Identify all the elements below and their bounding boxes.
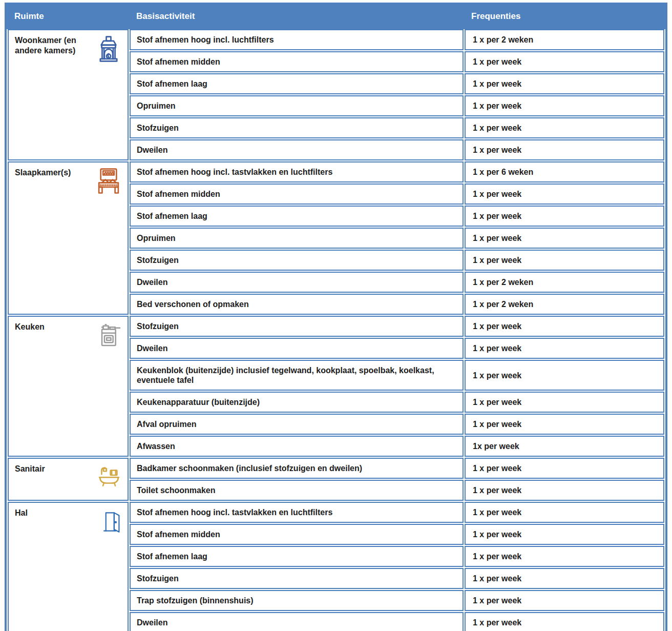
frequency-cell: 1 x per week	[465, 568, 664, 589]
frequency-cell: 1 x per week	[465, 73, 664, 94]
room-label: Sanitair	[15, 463, 45, 474]
activity-cell: Stof afnemen laag	[130, 206, 464, 227]
frequency-cell: 1 x per 2 weken	[465, 294, 664, 315]
frequency-cell: 1 x per week	[465, 360, 664, 391]
activity-cell: Dweilen	[130, 139, 464, 160]
activity-cell: Stofzuigen	[130, 568, 464, 589]
room-cell-sanitair: Sanitair	[8, 458, 129, 501]
activity-cell: Stof afnemen hoog incl. tastvlakken en l…	[130, 502, 464, 523]
activity-cell: Dweilen	[130, 612, 464, 631]
stove-icon	[97, 321, 122, 350]
activity-cell: Bed verschonen of opmaken	[130, 294, 464, 315]
activity-cell: Opruimen	[130, 228, 464, 249]
room-cell-slaapkamer: Slaapkamer(s)	[8, 161, 129, 315]
room-label: Hal	[15, 507, 28, 518]
bed-icon	[95, 167, 122, 196]
activity-cell: Toilet schoonmaken	[130, 480, 464, 501]
activity-cell: Stof afnemen hoog incl. tastvlakken en l…	[130, 161, 464, 182]
activity-cell: Stofzuigen	[130, 316, 464, 337]
activity-cell: Keukenapparatuur (buitenzijde)	[130, 392, 464, 413]
frequency-cell: 1 x per week	[465, 458, 664, 479]
room-cell-woonkamer: Woonkamer (en andere kamers)	[8, 29, 129, 160]
cleaning-schedule-page: Ruimte Basisactiviteit Frequenties Woonk…	[0, 0, 672, 631]
header-basisactiviteit: Basisactiviteit	[130, 6, 464, 28]
table-row: Hal Stof afnemen hoog incl. tast	[8, 502, 664, 523]
activity-cell: Afwassen	[130, 436, 464, 457]
frequency-cell: 1 x per 6 weken	[465, 161, 664, 182]
table-row: Keuken	[8, 316, 664, 337]
cleaning-schedule-table: Ruimte Basisactiviteit Frequenties Woonk…	[5, 3, 667, 631]
frequency-cell: 1 x per week	[465, 414, 664, 435]
frequency-cell: 1 x per week	[465, 228, 664, 249]
table-row: Sanitair	[8, 458, 664, 479]
fireplace-icon	[95, 34, 122, 64]
activity-cell: Keukenblok (buitenzijde) inclusief tegel…	[130, 360, 464, 391]
frequency-cell: 1 x per week	[465, 51, 664, 72]
bathtub-icon	[96, 463, 122, 487]
frequency-cell: 1 x per 2 weken	[465, 29, 664, 50]
activity-cell: Stof afnemen midden	[130, 184, 464, 205]
frequency-cell: 1x per week	[465, 436, 664, 457]
activity-cell: Stof afnemen midden	[130, 524, 464, 545]
activity-cell: Dweilen	[130, 272, 464, 293]
table-row: Slaapkamer(s)	[8, 161, 664, 182]
frequency-cell: 1 x per week	[465, 392, 664, 413]
frequency-cell: 1 x per week	[465, 524, 664, 545]
frequency-cell: 1 x per week	[465, 502, 664, 523]
header-ruimte: Ruimte	[8, 6, 129, 28]
activity-cell: Afval opruimen	[130, 414, 464, 435]
header-row: Ruimte Basisactiviteit Frequenties	[8, 6, 664, 28]
activity-cell: Stofzuigen	[130, 250, 464, 271]
frequency-cell: 1 x per week	[465, 184, 664, 205]
activity-cell: Stof afnemen hoog incl. luchtfilters	[130, 29, 464, 50]
frequency-cell: 1 x per week	[465, 612, 664, 631]
activity-cell: Opruimen	[130, 95, 464, 116]
header-frequenties: Frequenties	[465, 6, 664, 28]
door-icon	[100, 507, 122, 537]
room-label: Woonkamer (en andere kamers)	[15, 34, 92, 56]
frequency-cell: 1 x per week	[465, 480, 664, 501]
activity-cell: Trap stofzuigen (binnenshuis)	[130, 590, 464, 611]
frequency-cell: 1 x per week	[465, 95, 664, 116]
frequency-cell: 1 x per week	[465, 117, 664, 138]
activity-cell: Stof afnemen midden	[130, 51, 464, 72]
frequency-cell: 1 x per week	[465, 250, 664, 271]
frequency-cell: 1 x per 2 weken	[465, 272, 664, 293]
room-label: Slaapkamer(s)	[15, 167, 71, 178]
frequency-cell: 1 x per week	[465, 590, 664, 611]
frequency-cell: 1 x per week	[465, 206, 664, 227]
activity-cell: Stofzuigen	[130, 117, 464, 138]
room-cell-hal: Hal	[8, 502, 129, 631]
activity-cell: Stof afnemen laag	[130, 546, 464, 567]
frequency-cell: 1 x per week	[465, 139, 664, 160]
room-label: Keuken	[15, 321, 45, 332]
room-cell-keuken: Keuken	[8, 316, 129, 457]
activity-cell: Badkamer schoonmaken (inclusief stofzuig…	[130, 458, 464, 479]
frequency-cell: 1 x per week	[465, 316, 664, 337]
frequency-cell: 1 x per week	[465, 338, 664, 359]
activity-cell: Dweilen	[130, 338, 464, 359]
table-row: Woonkamer (en andere kamers)	[8, 29, 664, 50]
frequency-cell: 1 x per week	[465, 546, 664, 567]
activity-cell: Stof afnemen laag	[130, 73, 464, 94]
